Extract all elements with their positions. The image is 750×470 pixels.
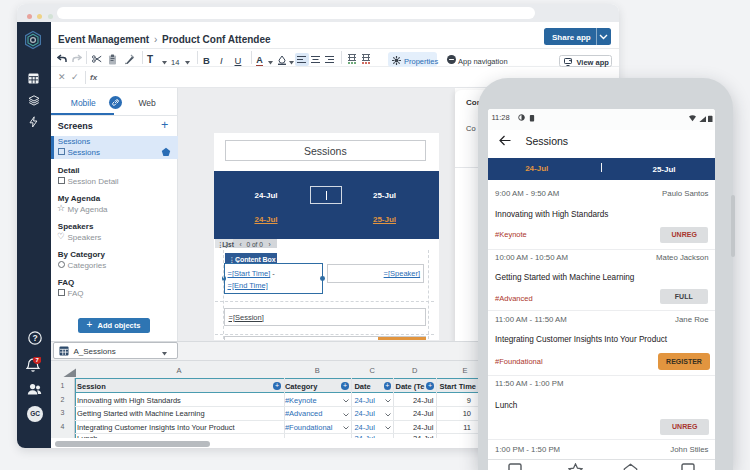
svg-text:?: ? bbox=[32, 333, 37, 343]
